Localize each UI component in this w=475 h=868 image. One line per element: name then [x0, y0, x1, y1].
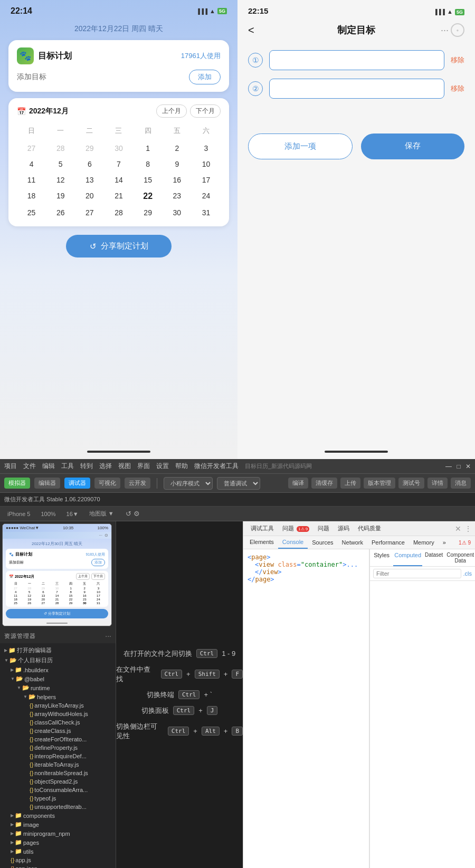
- cal-day[interactable]: 27: [75, 205, 104, 220]
- mini-next-btn[interactable]: 下个月: [91, 573, 105, 580]
- tree-item-hbuilderx[interactable]: ▶ 📁 .hbuilderx: [0, 665, 116, 674]
- debug-select[interactable]: 普通调试: [217, 477, 260, 490]
- styles-tab-component[interactable]: Component Data: [445, 549, 475, 566]
- mini-prev-btn[interactable]: 上个月: [76, 573, 90, 580]
- cal-day[interactable]: 21: [104, 188, 133, 204]
- tree-item-utils[interactable]: ▶ 📁 utils: [0, 847, 116, 856]
- visual-btn[interactable]: 可视化: [94, 478, 120, 489]
- tree-item-js-7[interactable]: {}interopRequireDef...: [0, 752, 116, 760]
- more-button[interactable]: ···: [441, 25, 449, 36]
- tree-item-js-11[interactable]: {}toConsumableArra...: [0, 786, 116, 794]
- mini-day[interactable]: 30: [78, 602, 91, 605]
- tree-item-image[interactable]: ▶ 📁 image: [0, 820, 116, 829]
- mini-add-btn[interactable]: 添加: [91, 559, 105, 566]
- tree-item-js-13[interactable]: {}unsupportedIterab...: [0, 803, 116, 811]
- tree-item-js-3[interactable]: {}classCallCheck.js: [0, 718, 116, 727]
- chrome-tab-console[interactable]: Console: [278, 536, 308, 549]
- menu-tools[interactable]: 工具: [61, 462, 74, 471]
- chrome-tab-network[interactable]: Network: [338, 537, 367, 548]
- devtab-console[interactable]: 问题: [314, 521, 334, 536]
- cal-day[interactable]: 18: [17, 188, 46, 204]
- mini-share-btn[interactable]: ↺ 分享制定计划: [6, 609, 108, 618]
- mini-day[interactable]: 21: [50, 598, 63, 601]
- compile-btn[interactable]: 编译: [288, 478, 308, 489]
- devtools-menu-icon[interactable]: ⋮: [464, 524, 472, 533]
- tree-item-js-5[interactable]: {}createForOfIterato...: [0, 735, 116, 743]
- tree-item-js-6[interactable]: {}defineProperty.js: [0, 743, 116, 752]
- mini-day[interactable]: 11: [9, 594, 22, 597]
- mini-day[interactable]: 27: [36, 602, 50, 605]
- cal-day[interactable]: 4: [17, 157, 46, 171]
- menu-select[interactable]: 选择: [99, 462, 112, 471]
- tree-item-js-2[interactable]: {}arrayWithoutHoles.js: [0, 710, 116, 718]
- mini-day[interactable]: 12: [23, 594, 36, 597]
- devtab-source[interactable]: 源码: [334, 521, 354, 536]
- cal-day[interactable]: 2: [163, 141, 192, 156]
- chrome-tab-performance[interactable]: Performance: [367, 537, 409, 548]
- remove-btn-2[interactable]: 移除: [451, 84, 464, 93]
- mini-day[interactable]: 3: [92, 587, 105, 590]
- tree-item-js-10[interactable]: {}objectSpread2.js: [0, 777, 116, 786]
- chrome-tab-sources[interactable]: Sources: [308, 537, 337, 548]
- tree-item-helpers[interactable]: ▼ 📂 helpers: [0, 692, 116, 701]
- cal-day[interactable]: 17: [192, 173, 221, 187]
- mini-day[interactable]: 1: [64, 587, 78, 590]
- clear-cache-btn[interactable]: 清缓存: [311, 478, 337, 489]
- mini-day[interactable]: 8: [64, 590, 78, 594]
- tree-item-pages[interactable]: ▶ 📁 pages: [0, 838, 116, 847]
- cal-day[interactable]: 13: [75, 173, 104, 187]
- cal-day[interactable]: 25: [17, 205, 46, 220]
- mini-day[interactable]: 27: [9, 587, 22, 590]
- mini-day[interactable]: 24: [92, 598, 105, 601]
- menu-settings[interactable]: 设置: [156, 462, 169, 471]
- mini-day[interactable]: 29: [64, 602, 78, 605]
- mini-day[interactable]: 25: [9, 602, 22, 605]
- tree-item-babel[interactable]: ▼ 📂 @babel: [0, 674, 116, 683]
- upload-btn[interactable]: 上传: [340, 478, 360, 489]
- mini-day[interactable]: 26: [23, 602, 36, 605]
- message-btn[interactable]: 消息: [451, 478, 471, 489]
- cal-day[interactable]: 14: [104, 173, 133, 187]
- cloud-btn[interactable]: 云开发: [125, 478, 150, 489]
- cal-day[interactable]: 11: [17, 173, 46, 187]
- next-month-btn[interactable]: 下个月: [190, 104, 221, 118]
- minimize-btn[interactable]: —: [445, 463, 452, 470]
- styles-tab-dataset[interactable]: Dataset: [422, 549, 445, 566]
- record-button[interactable]: ●: [451, 23, 464, 37]
- menu-file[interactable]: 文件: [23, 462, 36, 471]
- cal-day[interactable]: 20: [75, 188, 104, 204]
- cal-day[interactable]: 1: [134, 141, 163, 156]
- prev-month-btn[interactable]: 上个月: [156, 104, 187, 118]
- close-btn[interactable]: ✕: [466, 463, 471, 470]
- devtab-issues[interactable]: 问题 1⚠ 9: [278, 521, 314, 536]
- debugger-btn[interactable]: 调试器: [64, 478, 90, 489]
- maximize-btn[interactable]: □: [457, 463, 460, 470]
- cal-day[interactable]: 29: [75, 141, 104, 156]
- simulator-btn[interactable]: 模拟器: [4, 478, 30, 489]
- tree-item-project[interactable]: ▼ 📂 个人目标日历: [0, 655, 116, 665]
- cal-day[interactable]: 15: [134, 173, 163, 187]
- goal-input-2[interactable]: [269, 79, 444, 99]
- mini-day[interactable]: 4: [9, 590, 22, 594]
- cal-day[interactable]: 28: [46, 141, 75, 156]
- add-goal-button[interactable]: 添加: [189, 70, 221, 84]
- mini-day[interactable]: 14: [50, 594, 63, 597]
- tree-item-appjs[interactable]: {}app.js: [0, 856, 116, 864]
- cal-day[interactable]: 30: [163, 205, 192, 220]
- cal-day[interactable]: 24: [192, 188, 221, 204]
- mode-select[interactable]: 小程序模式: [164, 477, 213, 490]
- cal-day-today[interactable]: 22: [134, 188, 163, 204]
- chrome-tab-more[interactable]: »: [439, 537, 450, 548]
- save-button[interactable]: 保存: [361, 133, 464, 159]
- view-mode-btn[interactable]: 地图版 ▼: [86, 509, 117, 519]
- mini-day[interactable]: 28: [23, 587, 36, 590]
- cal-day[interactable]: 3: [192, 141, 221, 156]
- menu-goto[interactable]: 转到: [80, 462, 93, 471]
- cal-day[interactable]: 9: [163, 157, 192, 171]
- cal-day[interactable]: 29: [134, 205, 163, 220]
- cal-day[interactable]: 30: [104, 141, 133, 156]
- refresh-icon[interactable]: ↺: [126, 510, 131, 518]
- cal-day[interactable]: 16: [163, 173, 192, 187]
- mini-day[interactable]: 31: [92, 602, 105, 605]
- mini-day[interactable]: 5: [23, 590, 36, 594]
